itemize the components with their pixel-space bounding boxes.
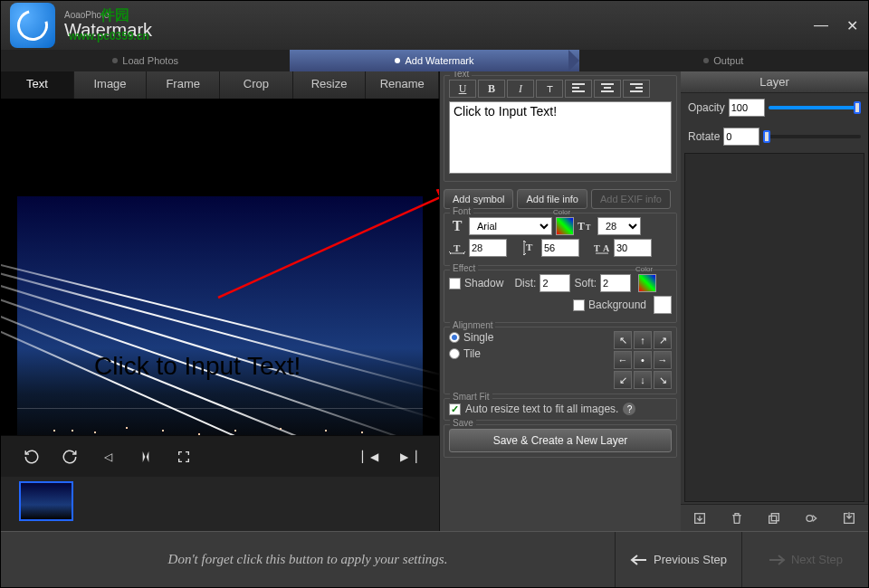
rotate-ccw-button[interactable] [23,448,41,466]
underline-button[interactable]: U [449,80,476,98]
tab-image[interactable]: Image [74,71,148,99]
layer-options-icon[interactable] [804,510,820,526]
help-icon[interactable]: ? [623,403,635,415]
rotate-label: Rotate [688,130,720,143]
thumbnail[interactable] [19,481,73,521]
align-b-button[interactable]: ↓ [634,371,652,389]
fieldset-legend: Alignment [450,320,495,330]
step-add-watermark[interactable]: Add Watermark [290,50,578,71]
rotate-input[interactable] [723,128,759,146]
svg-rect-9 [772,513,779,520]
font-icon: T [449,218,465,234]
align-tr-button[interactable]: ↗ [654,331,672,349]
previous-step-button[interactable]: Previous Step [615,532,741,588]
shadow-color-swatch[interactable] [638,274,656,292]
tab-frame[interactable]: Frame [147,71,220,99]
line-height-icon: T [521,240,538,256]
align-center-button[interactable] [594,80,621,98]
arrow-left-icon [630,554,648,566]
char-width-input[interactable] [469,239,507,257]
italic-button[interactable]: I [507,80,534,98]
next-step-button[interactable]: Next Step [741,532,868,588]
layer-toolbar [681,504,868,531]
bold-button[interactable]: B [478,80,505,98]
tracking-input[interactable] [614,239,652,257]
step-label: Output [713,55,743,66]
opacity-input[interactable] [729,99,765,117]
prev-photo-button[interactable]: ▏◀ [361,448,379,466]
tab-resize[interactable]: Resize [293,71,367,99]
watermark-text-overlay[interactable]: Click to Input Text! [94,352,301,381]
export-layer-icon[interactable] [692,510,708,526]
align-single-radio[interactable] [449,332,460,343]
align-br-button[interactable]: ↘ [654,371,672,389]
background-label: Background [588,299,646,311]
opacity-slider[interactable] [769,106,861,109]
align-right-button[interactable] [623,80,650,98]
preview-image: Click to Input Text! [17,196,423,435]
tab-rename[interactable]: Rename [366,71,439,99]
align-r-button[interactable]: → [654,351,672,369]
watermark-text-input[interactable]: Click to Input Text! [449,101,672,174]
auto-resize-checkbox[interactable] [449,403,461,415]
alignment-grid: ↖ ↑ ↗ ← • → ↙ ↓ ↘ [614,331,672,389]
preview-canvas[interactable]: Click to Input Text! [1,99,439,435]
shadow-dist-input[interactable] [540,274,570,292]
next-photo-button[interactable]: ▶▕ [399,448,417,466]
arrow-right-icon [768,554,786,566]
rotate-cw-button[interactable] [61,448,79,466]
align-t-button[interactable]: ↑ [634,331,652,349]
layer-header: Layer [681,71,868,93]
step-output[interactable]: Output [579,50,868,71]
shadow-checkbox[interactable] [449,278,461,289]
tab-text[interactable]: Text [1,71,74,99]
layer-list[interactable] [684,153,864,502]
alignment-fieldset: Alignment Single Tile ↖ ↑ ↗ ← • → ↙ ↓ ↘ [444,327,677,394]
flip-vertical-icon[interactable] [137,448,155,466]
delete-layer-icon[interactable] [729,510,745,526]
align-tl-button[interactable]: ↖ [614,331,632,349]
align-l-button[interactable]: ← [614,351,632,369]
footer-hint: Don't forget click this button to apply … [1,552,615,567]
align-c-button[interactable]: • [634,351,652,369]
tab-crop[interactable]: Crop [220,71,293,99]
rotate-slider[interactable] [763,135,861,138]
effect-fieldset: Effect Shadow Dist: Soft: Background [444,270,677,323]
fieldset-legend: Effect [450,263,478,273]
svg-rect-8 [769,516,777,523]
layer-column: Layer Opacity Rotate [681,71,868,531]
font-family-select[interactable]: Arial [469,217,552,235]
font-color-swatch[interactable] [556,217,574,235]
shadow-soft-input[interactable] [600,274,631,292]
title-bar: 件园 AoaoPhoto Watermark www.pc0359.cn — ✕ [1,1,868,50]
font-size-select[interactable]: 28 [597,217,641,235]
flip-horizontal-icon[interactable]: ◁ [99,448,117,466]
step-label: Load Photos [122,55,178,66]
background-checkbox[interactable] [573,299,585,311]
font-size-icon: TT [578,218,594,234]
dist-label: Dist: [514,277,536,289]
align-single-label: Single [463,331,493,344]
text-fieldset: Text U B I ᴛ Click to Input Text! [444,75,677,182]
step-load-photos[interactable]: Load Photos [1,50,290,71]
ghost-url: www.pc0359.cn [69,30,149,43]
align-left-button[interactable] [565,80,592,98]
align-bl-button[interactable]: ↙ [614,371,632,389]
opacity-label: Opacity [688,101,725,114]
duplicate-layer-icon[interactable] [766,510,782,526]
step-bar: Load Photos Add Watermark Output [1,50,868,71]
fullscreen-icon[interactable] [175,448,193,466]
strike-button[interactable]: ᴛ [536,80,563,98]
svg-text:A: A [603,243,610,253]
add-file-info-button[interactable]: Add file info [517,189,587,209]
preview-controls: ◁ ▏◀ ▶▕ [1,435,439,477]
align-tile-radio[interactable] [449,348,460,359]
align-tile-label: Tile [463,347,481,360]
minimize-button[interactable]: — [814,18,828,33]
save-layer-button[interactable]: Save & Create a New Layer [449,429,672,452]
close-button[interactable]: ✕ [845,18,859,33]
import-layer-icon[interactable] [841,510,857,526]
line-height-input[interactable] [541,239,579,257]
background-color-swatch[interactable] [654,296,672,314]
smartfit-fieldset: Smart Fit Auto resize text to fit all im… [444,398,677,421]
